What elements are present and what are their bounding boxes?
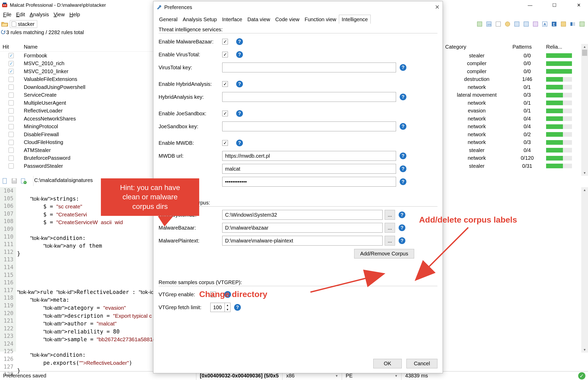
checkbox-virustotal[interactable]: ✓ <box>222 52 228 57</box>
toolbar-icon[interactable] <box>494 20 502 28</box>
menu-edit[interactable]: Edit <box>14 11 27 18</box>
input-hybridanalysis-key[interactable] <box>222 92 396 102</box>
help-icon[interactable]: ? <box>400 178 406 185</box>
rule-hit-checkbox[interactable] <box>9 140 14 145</box>
browse-button[interactable]: ... <box>385 210 395 220</box>
editor-add-signature-icon[interactable]: + <box>20 177 27 185</box>
scroll-down-icon[interactable]: ▼ <box>581 170 588 176</box>
table-row[interactable]: network0/120 <box>443 154 588 162</box>
scroll-thumb[interactable] <box>582 50 587 56</box>
scroll-down-icon[interactable]: ▼ <box>581 347 588 353</box>
open-file-tab[interactable]: stacker <box>10 20 37 28</box>
checkbox-hybridanalysis[interactable]: ✓ <box>222 81 228 87</box>
help-icon[interactable]: ? <box>236 81 243 87</box>
toolbar-icon[interactable] <box>532 20 539 28</box>
help-icon[interactable]: ? <box>236 51 243 58</box>
toolbar-icon[interactable] <box>476 20 483 28</box>
help-icon[interactable]: ? <box>236 38 243 45</box>
toolbar-icon[interactable]: 101 <box>485 20 493 28</box>
prefs-tab[interactable]: Code view <box>273 15 302 24</box>
toolbar-icon[interactable]: A <box>541 20 549 28</box>
help-icon[interactable]: ? <box>400 153 406 159</box>
table-row[interactable]: network0/1 <box>443 83 588 91</box>
open-folder-icon[interactable] <box>1 20 8 28</box>
rule-hit-checkbox[interactable] <box>9 156 14 161</box>
table-row[interactable]: network0/3 <box>443 139 588 147</box>
prefs-close-button[interactable]: ✕ <box>435 4 440 11</box>
editor-save-icon[interactable] <box>10 177 18 185</box>
help-icon[interactable]: ? <box>234 304 241 311</box>
menu-analysis[interactable]: Analysis <box>28 11 51 18</box>
table-row[interactable]: compiler0/0 <box>443 67 588 75</box>
col-hit[interactable]: Hit <box>0 44 22 51</box>
toolbar-icon[interactable] <box>578 20 586 28</box>
rule-hit-checkbox[interactable] <box>9 116 14 121</box>
input-mwdb-url[interactable] <box>222 151 396 161</box>
checkbox-mwdb[interactable]: ✓ <box>222 140 228 146</box>
toolbar-icon[interactable] <box>560 20 567 28</box>
rule-hit-checkbox[interactable] <box>9 124 14 129</box>
table-row[interactable]: lateral movement0/3 <box>443 91 588 99</box>
table-row[interactable]: stealer0/31 <box>443 162 588 170</box>
checkbox-malwarebazaar[interactable]: ✓ <box>222 39 228 44</box>
help-icon[interactable]: ? <box>400 165 406 172</box>
toolbar-icon[interactable] <box>569 20 577 28</box>
minimize-button[interactable]: — <box>522 0 538 10</box>
rule-hit-checkbox[interactable] <box>9 148 14 153</box>
input-mwdb-pass[interactable] <box>222 177 396 187</box>
corpus-path-input[interactable] <box>222 210 383 220</box>
rule-hit-checkbox[interactable] <box>9 77 14 82</box>
rule-hit-checkbox[interactable]: ✓ <box>9 53 14 58</box>
input-joesandbox-key[interactable] <box>222 121 396 131</box>
close-button[interactable]: ✕ <box>571 0 586 10</box>
corpus-path-input[interactable] <box>222 236 383 246</box>
prefs-tab[interactable]: Data view <box>245 15 273 24</box>
table-row[interactable]: evasion0/1 <box>443 107 588 115</box>
table-row[interactable]: network0/4 <box>443 123 588 131</box>
maximize-button[interactable]: ☐ <box>547 0 562 10</box>
col-patterns[interactable]: Patterns <box>510 44 544 52</box>
col-reliability[interactable]: Relia... <box>544 44 578 52</box>
spin-up-icon[interactable]: ▲ <box>225 303 230 307</box>
toolbar-icon[interactable] <box>504 20 511 28</box>
input-mwdb-user[interactable] <box>222 164 396 174</box>
prefs-tab[interactable]: Function view <box>302 15 339 24</box>
prefs-tab[interactable]: General <box>157 15 180 24</box>
table-row[interactable]: destruction1/46 <box>443 75 588 83</box>
corpus-path-input[interactable] <box>222 223 383 233</box>
browse-button[interactable]: ... <box>385 236 395 246</box>
rule-hit-checkbox[interactable] <box>9 100 14 105</box>
help-icon[interactable]: ? <box>400 123 406 130</box>
menu-help[interactable]: Help <box>67 11 82 18</box>
table-row[interactable]: network0/2 <box>443 131 588 139</box>
menu-view[interactable]: View <box>51 11 67 18</box>
cancel-button[interactable]: Cancel <box>406 359 437 368</box>
table-row[interactable]: network0/4 <box>443 115 588 123</box>
rule-hit-checkbox[interactable] <box>9 132 14 137</box>
rule-hit-checkbox[interactable]: ✓ <box>9 69 14 74</box>
editor-new-icon[interactable] <box>1 177 9 185</box>
ok-button[interactable]: OK <box>373 359 402 368</box>
prefs-tab[interactable]: Analysis Setup <box>180 15 219 24</box>
help-icon[interactable]: ? <box>400 94 406 100</box>
rule-hit-checkbox[interactable] <box>9 93 14 98</box>
rule-hit-checkbox[interactable] <box>9 163 14 169</box>
rule-hit-checkbox[interactable] <box>9 85 14 90</box>
vertical-scrollbar[interactable]: ▲ ▼ <box>581 44 588 176</box>
help-icon[interactable]: ? <box>399 224 405 231</box>
toolbar-icon[interactable]: Σ <box>550 20 558 28</box>
checkbox-joesandbox[interactable]: ✓ <box>222 111 228 116</box>
help-icon[interactable]: ? <box>236 110 243 117</box>
help-icon[interactable]: ? <box>236 140 243 146</box>
prefs-tab[interactable]: Interface <box>219 15 245 24</box>
help-icon[interactable]: ? <box>399 211 405 218</box>
table-row[interactable]: stealer0/4 <box>443 146 588 154</box>
col-category[interactable]: Category <box>443 44 510 52</box>
table-row[interactable]: network0/1 <box>443 99 588 107</box>
editor-scrollbar[interactable]: ▲ ▼ <box>581 187 588 353</box>
help-icon[interactable]: ? <box>400 64 406 71</box>
prefs-tab[interactable]: Intelligence <box>339 15 371 24</box>
toolbar-icon[interactable] <box>513 20 521 28</box>
refresh-icon[interactable] <box>1 29 6 36</box>
scroll-up-icon[interactable]: ▲ <box>581 187 588 193</box>
